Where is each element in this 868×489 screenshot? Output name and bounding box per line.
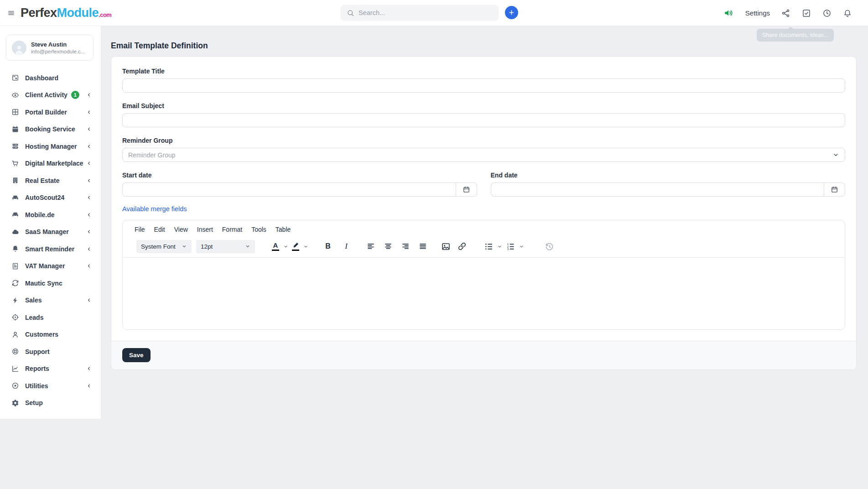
save-button[interactable]: Save [122, 348, 151, 362]
sidebar-item-utilities[interactable]: Utilities [0, 377, 101, 395]
hamburger-menu-button[interactable] [7, 9, 15, 17]
sidebar-item-vat-manager[interactable]: VAT Manager [0, 258, 101, 275]
insert-link-button[interactable] [455, 239, 469, 253]
start-date-input[interactable] [122, 182, 456, 197]
end-date-input[interactable] [491, 182, 824, 197]
chevron-down-icon [245, 244, 250, 249]
search-input[interactable] [359, 9, 493, 16]
chevron-down-icon[interactable] [282, 239, 289, 253]
chevron-down-icon[interactable] [302, 239, 309, 253]
share-icon[interactable] [781, 9, 790, 18]
svg-text:3: 3 [507, 247, 509, 250]
chart-line-icon [11, 365, 19, 373]
start-date-calendar-button[interactable] [456, 182, 477, 197]
sidebar-item-digital-marketplace[interactable]: Digital Marketplace [0, 155, 101, 172]
sidebar-item-customers[interactable]: Customers [0, 326, 101, 343]
volume-icon[interactable] [723, 8, 734, 18]
editor-menu-table[interactable]: Table [271, 224, 295, 235]
logo-part-3: .com [99, 11, 111, 18]
sidebar-item-client-activity[interactable]: Client Activity 1 [0, 87, 101, 104]
building-icon [11, 177, 19, 184]
chevron-left-icon [86, 144, 92, 149]
calendar-icon [11, 125, 19, 133]
sidebar-item-saas-manager[interactable]: SaaS Manager [0, 224, 101, 241]
sidebar-item-portal-builder[interactable]: Portal Builder [0, 104, 101, 121]
end-date-calendar-button[interactable] [824, 182, 845, 197]
sidebar-item-smart-reminder[interactable]: Smart Reminder [0, 240, 101, 258]
chevron-left-icon [86, 263, 92, 269]
sidebar-item-booking-service[interactable]: Booking Service [0, 121, 101, 138]
user-email: info@perfexmodule.c... [31, 49, 85, 54]
sidebar-item-mautic-sync[interactable]: Mautic Sync [0, 275, 101, 292]
numbered-list-icon: 123 [506, 242, 515, 251]
end-date-label: End date [491, 172, 846, 179]
restore-draft-button[interactable] [542, 239, 556, 253]
template-title-input[interactable] [122, 78, 845, 93]
bullet-list-button[interactable] [482, 239, 495, 253]
bell-icon[interactable] [843, 9, 852, 18]
user-profile-card[interactable]: Steve Austin info@perfexmodule.c... [6, 35, 94, 61]
editor-menubar: FileEditViewInsertFormatToolsTable [123, 220, 845, 236]
editor-menu-file[interactable]: File [130, 224, 150, 235]
highlight-color-button[interactable] [290, 239, 301, 253]
chevron-down-icon[interactable] [496, 239, 503, 253]
sidebar-item-real-estate[interactable]: Real Estate [0, 172, 101, 189]
editor-menu-tools[interactable]: Tools [247, 224, 271, 235]
align-right-button[interactable] [399, 239, 412, 253]
sidebar-item-label: Leads [25, 314, 43, 321]
chevron-down-icon[interactable] [518, 239, 525, 253]
align-left-button[interactable] [364, 239, 378, 253]
sidebar-item-autoscout24[interactable]: AutoScout24 [0, 189, 101, 207]
sidebar-item-support[interactable]: Support [0, 343, 101, 360]
highlight-pen-icon [292, 242, 299, 249]
sidebar-item-dashboard[interactable]: Dashboard [0, 69, 101, 87]
align-right-icon [401, 242, 410, 251]
check-square-icon[interactable] [802, 9, 811, 18]
plus-icon [508, 9, 515, 16]
sidebar-item-label: Client Activity [25, 91, 68, 99]
editor-menu-format[interactable]: Format [218, 224, 247, 235]
server-icon [11, 142, 19, 150]
bold-button[interactable]: B [321, 239, 335, 253]
start-date-label: Start date [122, 172, 477, 179]
eye-icon [11, 91, 19, 99]
sidebar-item-label: Mautic Sync [25, 280, 62, 287]
sidebar-item-sales[interactable]: Sales [0, 292, 101, 309]
editor-menu-view[interactable]: View [170, 224, 192, 235]
lifebuoy-icon [11, 348, 19, 355]
italic-button[interactable]: I [339, 239, 353, 253]
email-subject-input[interactable] [122, 113, 845, 127]
align-center-button[interactable] [381, 239, 395, 253]
sidebar-item-label: Hosting Manager [25, 143, 77, 150]
sidebar-item-mobile-de[interactable]: Mobile.de [0, 206, 101, 224]
clock-icon[interactable] [822, 9, 832, 18]
chevron-left-icon [86, 109, 92, 115]
align-justify-button[interactable] [416, 239, 430, 253]
quick-add-button[interactable] [505, 6, 518, 19]
editor-content-area[interactable] [123, 257, 845, 329]
email-subject-label: Email Subject [122, 102, 845, 109]
sidebar-item-label: Real Estate [25, 177, 59, 184]
sidebar-item-setup[interactable]: Setup [0, 395, 101, 412]
font-size-select[interactable]: 12pt [196, 240, 255, 253]
reminder-group-select[interactable]: Reminder Group [122, 148, 845, 162]
editor-menu-edit[interactable]: Edit [150, 224, 170, 235]
font-family-select[interactable]: System Font [136, 240, 192, 253]
available-merge-fields-link[interactable]: Available merge fields [122, 205, 187, 213]
bell-icon [11, 245, 19, 253]
cloud-icon [11, 228, 19, 236]
app-logo[interactable]: PerfexModule.com [21, 5, 111, 22]
hamburger-icon [7, 9, 15, 17]
grid-icon [11, 108, 19, 116]
sidebar-item-hosting-manager[interactable]: Hosting Manager [0, 138, 101, 155]
reminder-group-placeholder: Reminder Group [128, 151, 176, 159]
numbered-list-button[interactable]: 123 [504, 239, 517, 253]
share-tooltip: Share documents, ideas... [757, 29, 834, 42]
insert-image-button[interactable] [439, 239, 452, 253]
editor-menu-insert[interactable]: Insert [192, 224, 218, 235]
sidebar-item-reports[interactable]: Reports [0, 360, 101, 378]
sidebar-item-leads[interactable]: Leads [0, 309, 101, 326]
settings-link[interactable]: Settings [745, 9, 770, 17]
text-color-button[interactable]: A [270, 239, 281, 253]
bold-icon: B [325, 242, 331, 250]
